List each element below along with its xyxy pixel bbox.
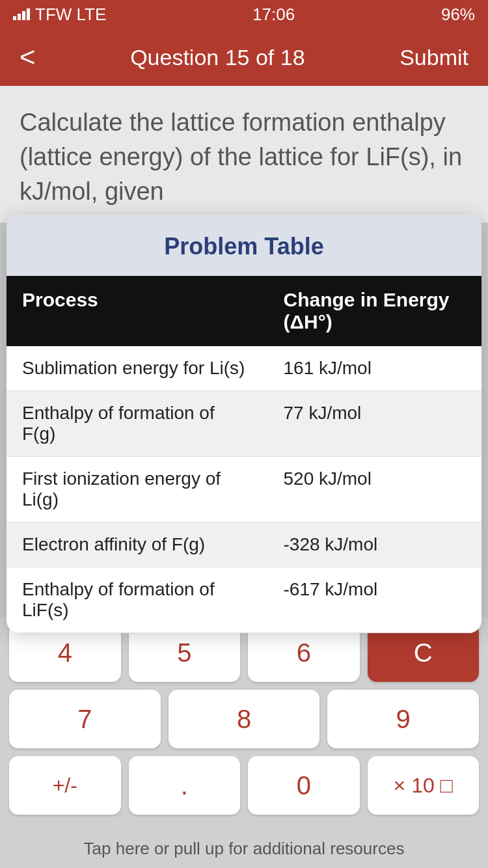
calc-btn-0[interactable]: 0: [248, 756, 360, 815]
process-cell: Electron affinity of F(g): [7, 522, 268, 567]
question-text: Calculate the lattice formation enthalpy…: [20, 105, 468, 210]
table-header-row: Process Change in Energy (ΔH°): [7, 276, 481, 346]
calc-btn-x10[interactable]: × 10 □: [368, 756, 480, 815]
time-label: 17:06: [252, 5, 295, 25]
calc-btn-7[interactable]: 7: [9, 690, 161, 748]
energy-cell: 520 kJ/mol: [268, 457, 482, 522]
col-energy-header: Change in Energy (ΔH°): [268, 276, 482, 346]
modal-overlay: Problem Table Process Change in Energy (…: [0, 215, 488, 633]
back-button[interactable]: <: [20, 42, 36, 73]
table-row: Sublimation energy for Li(s)161 kJ/mol: [7, 346, 481, 391]
signal-icon: [13, 8, 30, 20]
calculator-area: 4 5 6 C 7 8 9 +/- . 0 × 10 □: [0, 617, 488, 829]
table-row: First ionization energy of Li(g)520 kJ/m…: [7, 457, 481, 522]
table-row: Electron affinity of F(g)-328 kJ/mol: [7, 522, 481, 567]
process-cell: Enthalpy of formation of F(g): [7, 391, 268, 457]
process-cell: Enthalpy of formation of LiF(s): [7, 567, 268, 633]
question-area: Calculate the lattice formation enthalpy…: [0, 86, 488, 223]
table-row: Enthalpy of formation of F(g)77 kJ/mol: [7, 391, 481, 457]
question-progress: Question 15 of 18: [130, 45, 305, 70]
calc-btn-decimal[interactable]: .: [129, 756, 241, 815]
submit-button[interactable]: Submit: [400, 45, 468, 70]
modal-title: Problem Table: [164, 233, 323, 260]
calc-row-2: 7 8 9: [9, 690, 479, 748]
energy-cell: -617 kJ/mol: [268, 567, 482, 633]
modal-header: Problem Table: [7, 215, 481, 276]
status-bar: TFW LTE 17:06 96%: [0, 0, 488, 29]
problem-table: Process Change in Energy (ΔH°) Sublimati…: [7, 276, 481, 633]
calc-btn-8[interactable]: 8: [169, 690, 320, 748]
calc-btn-plusminus[interactable]: +/-: [9, 756, 121, 815]
status-bar-left: TFW LTE: [13, 5, 106, 25]
carrier-label: TFW LTE: [35, 5, 106, 25]
process-cell: First ionization energy of Li(g): [7, 457, 268, 522]
energy-cell: 161 kJ/mol: [268, 346, 482, 391]
battery-label: 96%: [441, 5, 475, 25]
process-cell: Sublimation energy for Li(s): [7, 346, 268, 391]
calc-row-3: +/- . 0 × 10 □: [9, 756, 479, 815]
table-row: Enthalpy of formation of LiF(s)-617 kJ/m…: [7, 567, 481, 633]
col-process-header: Process: [7, 276, 268, 346]
calc-btn-9[interactable]: 9: [327, 690, 479, 748]
bottom-bar[interactable]: Tap here or pull up for additional resou…: [0, 829, 488, 868]
nav-bar: < Question 15 of 18 Submit: [0, 29, 488, 86]
bottom-bar-text: Tap here or pull up for additional resou…: [84, 839, 405, 859]
energy-cell: -328 kJ/mol: [268, 522, 482, 567]
energy-cell: 77 kJ/mol: [268, 391, 482, 457]
problem-table-modal: Problem Table Process Change in Energy (…: [7, 215, 481, 633]
